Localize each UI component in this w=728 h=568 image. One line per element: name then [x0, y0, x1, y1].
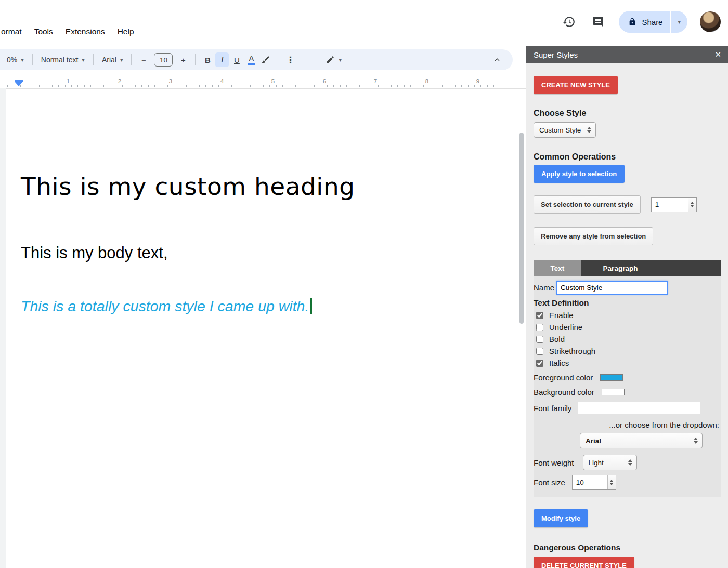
ruler-number: 3	[169, 78, 172, 84]
background-color-label: Background color	[534, 388, 594, 397]
chevron-down-icon: ▾	[82, 57, 85, 63]
menu-item-format[interactable]: ormat	[1, 27, 22, 36]
set-selection-count-input[interactable]: 1	[651, 197, 697, 212]
hide-menus-button[interactable]	[490, 52, 504, 67]
comments-button[interactable]	[590, 14, 606, 30]
text-color-button[interactable]: A	[244, 52, 258, 67]
ruler[interactable]: 1 2 3 4 5 6 7 8 9	[0, 77, 526, 88]
enable-checkbox[interactable]	[536, 312, 543, 319]
document-scrollbar[interactable]	[519, 133, 524, 324]
ruler-number: 2	[118, 78, 121, 84]
font-dropdown-value: Arial	[586, 437, 601, 445]
enable-label: Enable	[549, 311, 574, 320]
left-indent-icon	[15, 82, 22, 86]
lock-icon	[628, 18, 636, 26]
font-family-value: Arial	[102, 56, 116, 64]
sidebar-title: Super Styles	[534, 50, 578, 59]
font-size-label: Font size	[534, 478, 565, 487]
toolbar-divider	[195, 54, 196, 65]
share-button[interactable]: Share	[619, 11, 670, 33]
checkbox-row-underline: Underline	[534, 323, 721, 332]
dangerous-operations-label: Dangerous Operations	[534, 543, 721, 552]
ruler-ticks	[7, 85, 518, 87]
underline-checkbox[interactable]	[536, 324, 543, 331]
topbar-actions: Share ▾	[561, 11, 721, 33]
strikethrough-checkbox[interactable]	[536, 348, 543, 355]
name-label: Name	[534, 283, 554, 292]
menu-item-tools[interactable]: Tools	[34, 27, 53, 36]
chevron-down-icon: ▾	[339, 57, 342, 63]
close-icon[interactable]: ✕	[714, 50, 721, 59]
font-dropdown[interactable]: Arial	[580, 433, 703, 448]
font-weight-select[interactable]: Light	[583, 455, 637, 470]
stepper-arrows-icon[interactable]	[688, 198, 696, 212]
background-color-swatch[interactable]	[602, 389, 625, 395]
font-family-row: Font family	[534, 402, 721, 414]
remove-style-button[interactable]: Remove any style from selection	[534, 227, 653, 245]
italic-icon: I	[221, 55, 224, 65]
avatar[interactable]	[700, 11, 721, 32]
modify-style-button[interactable]: Modify style	[534, 509, 588, 527]
text-cursor	[310, 298, 312, 314]
ruler-number: 6	[323, 78, 326, 84]
zoom-control[interactable]: 0% ▾	[3, 52, 28, 68]
italics-checkbox[interactable]	[536, 360, 543, 367]
menu-item-help[interactable]: Help	[118, 27, 134, 36]
decrease-font-size-button[interactable]: −	[136, 52, 151, 67]
checkbox-row-bold: Bold	[534, 335, 721, 344]
tab-text[interactable]: Text	[534, 260, 581, 276]
italic-button[interactable]: I	[215, 52, 229, 67]
version-history-button[interactable]	[561, 14, 577, 30]
underline-label: Underline	[549, 323, 582, 332]
font-family-select[interactable]: Arial ▾	[98, 52, 127, 68]
ruler-number: 4	[220, 78, 224, 84]
bold-checkbox[interactable]	[536, 336, 543, 343]
toolbar-divider	[131, 54, 132, 65]
set-selection-button[interactable]: Set selection to current style	[534, 195, 641, 214]
style-select[interactable]: Custom Style	[534, 122, 596, 138]
sidebar-content: CREATE NEW STYLE Choose Style Custom Sty…	[526, 63, 728, 568]
background-color-row: Background color	[534, 388, 721, 397]
super-styles-sidebar: Super Styles ✕ CREATE NEW STYLE Choose S…	[526, 46, 728, 568]
select-arrows-icon	[628, 459, 632, 466]
editing-mode-button[interactable]: ▾	[321, 55, 346, 64]
ruler-number: 9	[476, 78, 479, 84]
paragraph-style-select[interactable]: Normal text ▾	[37, 52, 88, 68]
apply-style-button[interactable]: Apply style to selection	[534, 165, 625, 183]
chevron-down-icon: ▾	[21, 57, 24, 63]
ruler-number: 5	[271, 78, 275, 84]
share-dropdown-button[interactable]: ▾	[671, 11, 687, 33]
delete-current-style-button[interactable]: DELETE CURRENT STYLE	[534, 557, 634, 568]
document-body-text[interactable]: This is my body text,	[21, 244, 168, 262]
underline-button[interactable]: U	[229, 52, 244, 67]
dropdown-hint: ...or choose from the dropdown:	[534, 420, 721, 429]
font-weight-label: Font weight	[534, 458, 574, 467]
font-size-input[interactable]: 10	[154, 53, 173, 67]
foreground-color-row: Foreground color	[534, 373, 721, 382]
document-page[interactable]: This is my custom heading This is my bod…	[6, 88, 526, 568]
highlighter-icon	[261, 55, 270, 64]
font-family-label: Font family	[534, 404, 571, 413]
text-definition-label: Text Definition	[534, 298, 721, 308]
increase-font-size-button[interactable]: +	[176, 52, 190, 67]
font-size-row: Font size 10	[534, 475, 721, 490]
foreground-color-swatch[interactable]	[600, 374, 623, 381]
font-family-input[interactable]	[578, 402, 700, 414]
document-custom-text[interactable]: This is a totally custom style I came up…	[21, 298, 312, 315]
document-heading[interactable]: This is my custom heading	[21, 172, 355, 201]
indent-marker[interactable]	[15, 80, 23, 86]
common-operations-label: Common Operations	[534, 152, 721, 162]
font-size-input[interactable]: 10	[572, 475, 616, 490]
menu-item-extensions[interactable]: Extensions	[66, 27, 105, 36]
more-options-button[interactable]: ⋮	[283, 52, 297, 67]
bold-button[interactable]: B	[200, 52, 215, 67]
tab-paragraph[interactable]: Paragraph	[581, 260, 659, 276]
canvas-margin	[0, 88, 6, 568]
highlight-color-button[interactable]	[258, 52, 273, 67]
stepper-arrows-icon[interactable]	[607, 475, 616, 489]
style-name-input[interactable]	[556, 281, 668, 295]
font-weight-value: Light	[589, 459, 604, 467]
share-button-group: Share ▾	[619, 11, 687, 33]
toolbar-divider	[93, 54, 94, 65]
create-new-style-button[interactable]: CREATE NEW STYLE	[534, 76, 618, 94]
